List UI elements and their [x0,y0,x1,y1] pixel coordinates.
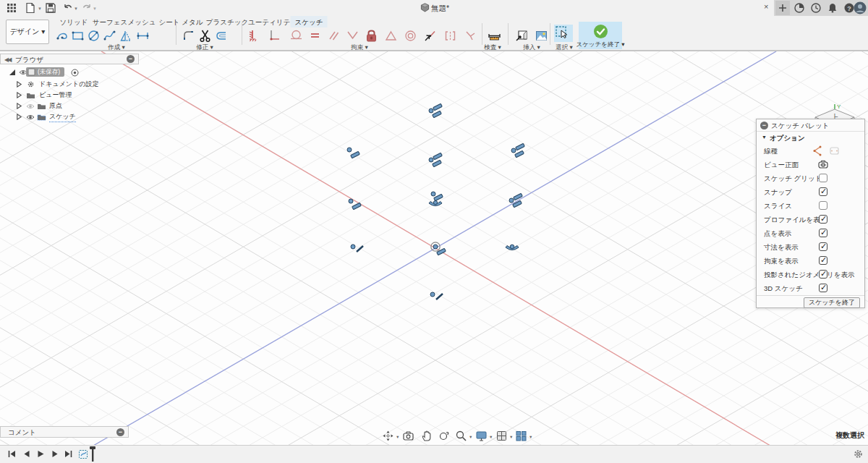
browser-panel-header[interactable]: ◀◀ ブラウザ − [0,54,139,64]
show-constraints-checkbox[interactable] [819,256,827,265]
expand-arrow-icon[interactable] [16,92,22,98]
fix-constraint-icon[interactable] [244,27,260,43]
symmetry-constraint-icon[interactable] [442,27,458,43]
palette-collapse-icon[interactable]: − [760,122,768,129]
sketch-point-marker[interactable] [429,153,442,166]
clock-icon[interactable] [810,2,822,14]
timeline-sketch-feature[interactable] [78,449,89,459]
construction-line-icon[interactable] [812,145,823,156]
circle-tool-icon[interactable] [85,27,101,43]
viewport-3d[interactable]: 上 前 右 Y X Z ◀◀ ブラウザ − (未保存) [0,51,868,445]
orbit-icon[interactable] [382,430,394,442]
show-profile-checkbox[interactable] [819,215,827,224]
sketch-point-marker[interactable] [511,143,524,157]
activate-radio-icon[interactable] [71,69,79,77]
play-icon[interactable] [36,449,46,459]
close-tab-icon[interactable]: × [764,2,768,11]
spline-tool-icon[interactable] [101,27,117,43]
show-points-checkbox[interactable] [819,229,827,237]
apps-grid-icon[interactable] [6,2,17,14]
file-menu-caret[interactable]: ▼ [38,7,42,11]
insert-derive-icon[interactable] [514,27,529,43]
perpendicular-constraint-icon[interactable] [344,27,360,43]
horizontal-vertical-constraint-icon[interactable] [266,27,282,43]
expand-arrow-icon[interactable] [16,103,22,109]
show-projected-checkbox[interactable] [819,270,827,279]
expand-arrow-icon[interactable] [16,114,22,120]
display-settings-icon[interactable] [475,430,488,442]
sketch-point-marker[interactable] [509,193,522,207]
visibility-eye-icon[interactable] [26,114,35,121]
file-menu-icon[interactable] [25,2,36,14]
bell-icon[interactable] [827,2,838,14]
comments-panel-header[interactable]: コメント − [0,426,129,438]
tangent-constraint-icon[interactable] [288,27,304,43]
fillet-tool-icon[interactable] [181,27,197,43]
slot-tool-icon[interactable] [135,27,150,43]
grid-layout-icon[interactable] [495,430,508,442]
section-collapse-triangle-icon[interactable]: ▼ [762,135,767,140]
display-caret[interactable]: ▼ [489,435,493,439]
palette-options-section[interactable]: ▼ オプション [757,132,864,144]
mirror-tool-icon[interactable] [118,27,134,43]
browser-item-label[interactable]: 原点 [49,101,62,111]
expand-triangle-icon[interactable] [9,69,16,76]
undo-caret[interactable]: ▼ [74,7,78,11]
browser-item-label[interactable]: ビュー管理 [39,90,72,100]
timeline-playhead[interactable] [90,446,95,462]
step-back-icon[interactable] [22,449,31,459]
viewport-canvas[interactable] [0,51,868,446]
visibility-eye-off-icon[interactable] [26,103,35,110]
pan-icon[interactable] [420,430,433,442]
job-status-icon[interactable] [793,2,805,14]
look-at-icon[interactable] [402,430,414,442]
line-tool-icon[interactable] [54,27,70,43]
zoom-icon[interactable] [455,430,467,442]
curvature-constraint-icon[interactable] [462,27,478,43]
show-dimensions-checkbox[interactable] [819,242,827,251]
new-tab-icon[interactable] [777,2,788,14]
parallel-constraint-icon[interactable] [326,27,341,43]
timeline-settings-gear-icon[interactable] [853,449,864,459]
equal-constraint-icon[interactable] [307,27,323,43]
measure-tool-icon[interactable] [486,27,502,43]
select-tool-tile[interactable] [554,25,573,42]
tab-solid[interactable]: ソリッド [56,17,93,28]
tab-sheetmetal[interactable]: シート メタル [155,17,208,28]
concentric-constraint-icon[interactable] [402,27,418,43]
sketch-point-marker[interactable] [347,148,359,158]
comments-collapse-icon[interactable]: − [116,428,124,436]
snap-checkbox[interactable] [819,187,827,196]
viewports-caret[interactable]: ▼ [529,435,532,439]
sketch-grid-checkbox[interactable] [819,174,827,182]
finish-sketch-footer-button[interactable]: スケッチを終了 [804,297,860,308]
orbit-caret[interactable]: ▼ [396,435,399,439]
redo-caret[interactable]: ▼ [93,7,97,11]
step-forward-icon[interactable] [51,449,60,459]
save-icon[interactable] [45,2,56,14]
finish-sketch-button[interactable]: スケッチを終了 ▾ [579,22,622,49]
3d-sketch-checkbox[interactable] [819,284,827,292]
look-at-camera-icon[interactable] [817,159,829,169]
sketch-point-marker[interactable] [429,192,443,206]
avatar[interactable] [854,1,867,14]
browser-item-label[interactable]: スケッチ [49,112,76,122]
undo-icon[interactable] [62,2,74,14]
root-document-pill[interactable]: (未保存) [26,67,64,77]
browser-collapse-icon[interactable]: − [127,55,135,63]
lock-constraint-icon[interactable] [363,27,379,43]
free-orbit-icon[interactable] [438,430,450,442]
centerline-icon[interactable] [829,145,840,156]
insert-canvas-icon[interactable] [533,27,549,43]
rectangle-tool-icon[interactable] [69,27,85,43]
trim-tool-icon[interactable] [197,27,213,43]
expand-arrow-icon[interactable] [16,81,22,88]
design-dropdown[interactable]: デザイン ▾ [6,20,49,44]
browser-item-label[interactable]: ドキュメントの設定 [39,80,98,89]
go-to-end-icon[interactable] [64,449,73,459]
offset-tool-icon[interactable] [213,27,229,43]
zoom-caret[interactable]: ▼ [469,435,472,439]
redo-icon[interactable] [81,2,93,14]
grid-caret[interactable]: ▼ [509,435,513,439]
viewports-icon[interactable] [515,430,527,442]
